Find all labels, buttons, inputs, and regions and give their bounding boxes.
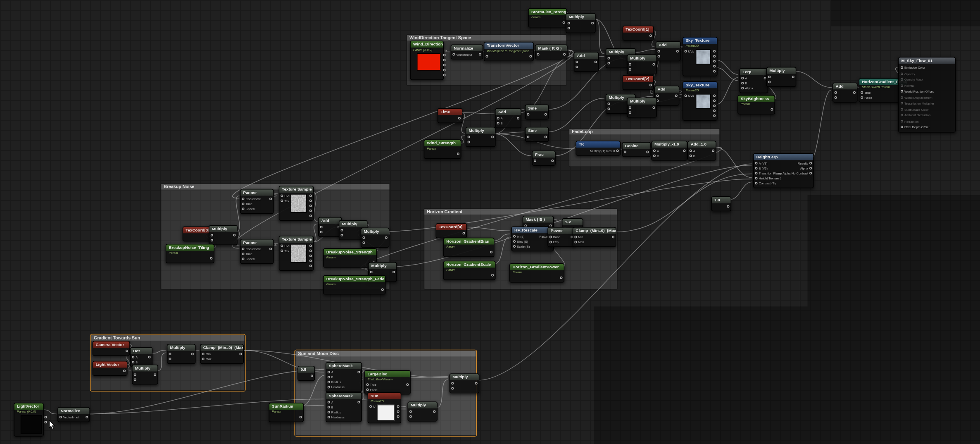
input-pin[interactable] (901, 67, 903, 69)
input-pin[interactable] (409, 410, 412, 413)
input-pin[interactable] (59, 416, 62, 418)
output-pin[interactable] (309, 260, 312, 262)
panner-1[interactable]: PannerCoordinateTimeSpeed (240, 189, 274, 214)
output-pin[interactable] (86, 416, 88, 418)
output-pin[interactable] (458, 117, 461, 119)
camera-vector[interactable]: Camera Vector (93, 341, 130, 356)
input-pin[interactable] (281, 245, 283, 247)
input-pin[interactable] (685, 94, 687, 97)
multiply-dot[interactable]: Multiply (132, 365, 158, 384)
normalize-light[interactable]: NormalizeVectorInput (57, 407, 90, 422)
breakupnoise-tiling[interactable]: BreakupNoise_TilingParam (166, 244, 214, 263)
output-pin[interactable] (210, 257, 212, 260)
output-pin[interactable] (713, 115, 716, 117)
input-pin[interactable] (202, 358, 205, 360)
input-pin[interactable] (741, 77, 744, 79)
texcoord-0[interactable]: TexCoord[0] (435, 223, 467, 238)
input-pin[interactable] (169, 353, 171, 355)
input-pin[interactable] (901, 114, 903, 117)
input-pin[interactable] (901, 90, 903, 93)
input-pin[interactable] (169, 358, 171, 360)
input-pin[interactable] (629, 106, 631, 109)
spheremask-1[interactable]: SphereMaskABRadiusHardness (326, 362, 362, 392)
largedisc[interactable]: LargeDiscStatic Bool ParamTrueFalse (364, 370, 411, 394)
input-pin[interactable] (211, 234, 213, 236)
sky-texture-2[interactable]: Sky_TextureParam2DUVs (683, 81, 718, 121)
output-pin[interactable] (309, 265, 312, 267)
output-pin[interactable] (309, 210, 312, 212)
input-pin[interactable] (629, 68, 631, 71)
input-pin[interactable] (451, 382, 454, 384)
output-pin[interactable] (462, 232, 465, 234)
texture-sample-1[interactable]: Texture SampleUVsTex (279, 186, 314, 220)
input-pin[interactable] (568, 22, 570, 24)
input-pin[interactable] (527, 113, 529, 116)
output-pin[interactable] (269, 198, 272, 200)
input-pin[interactable] (629, 63, 631, 66)
input-pin[interactable] (281, 250, 283, 252)
output-pin[interactable] (713, 100, 716, 102)
input-pin[interactable] (497, 117, 500, 119)
input-pin[interactable] (549, 241, 552, 243)
input-pin[interactable] (835, 91, 837, 94)
output-pin[interactable] (381, 288, 384, 291)
texcoord-2[interactable]: TexCoord[2] (623, 75, 654, 90)
input-pin[interactable] (242, 208, 244, 210)
input-pin[interactable] (861, 96, 863, 99)
input-pin[interactable] (607, 57, 610, 60)
input-pin[interactable] (242, 203, 244, 205)
output-pin[interactable] (309, 245, 312, 247)
output-pin[interactable] (612, 236, 614, 238)
input-pin[interactable] (768, 81, 771, 83)
lerp-textures[interactable]: LerpABAlpha (740, 68, 768, 93)
output-pin[interactable] (713, 55, 716, 57)
output-pin[interactable] (443, 59, 446, 61)
lightvector-param[interactable]: LightVectorParam (0,0,0) (14, 403, 44, 436)
clamp-horizon[interactable]: Clamp_(Min=0)_(Max=1)MinMax (573, 227, 616, 247)
add-wind[interactable]: Add (574, 52, 599, 72)
output-pin[interactable] (551, 160, 554, 162)
output-pin[interactable] (269, 248, 272, 250)
output-pin[interactable] (676, 50, 679, 53)
output-pin[interactable] (392, 271, 395, 273)
output-pin[interactable] (560, 277, 562, 279)
output-pin[interactable] (357, 371, 360, 373)
output-pin[interactable] (809, 162, 812, 165)
output-pin[interactable] (713, 60, 716, 62)
multiply-brightness[interactable]: Multiply (766, 67, 797, 87)
output-pin[interactable] (713, 50, 716, 53)
input-pin[interactable] (624, 151, 626, 153)
output-pin[interactable] (385, 236, 388, 239)
heightlerp[interactable]: HeightLerpA (V3)B (V3)Transition Phase (… (753, 153, 814, 188)
add-uv1[interactable]: Add (656, 41, 681, 61)
input-pin[interactable] (211, 239, 213, 241)
output-pin[interactable] (443, 69, 446, 71)
output-pin[interactable] (529, 55, 532, 57)
output-pin[interactable] (713, 65, 716, 67)
output-pin[interactable] (490, 251, 492, 253)
input-pin[interactable] (901, 96, 903, 99)
clamp-gradient[interactable]: Clamp_(Min=0)_(Max=1)MinMax (200, 344, 244, 364)
input-pin[interactable] (497, 122, 500, 124)
output-pin[interactable] (191, 353, 194, 355)
input-pin[interactable] (328, 416, 330, 418)
multiply-pan4[interactable]: Multiply (627, 98, 657, 117)
input-pin[interactable] (653, 150, 656, 152)
output-pin[interactable] (616, 150, 619, 152)
input-pin[interactable] (328, 381, 330, 383)
output-pin[interactable] (563, 21, 565, 24)
frac-1[interactable]: Frac (532, 151, 555, 166)
input-pin[interactable] (527, 136, 529, 138)
input-pin[interactable] (690, 155, 692, 157)
add-uv2[interactable]: Add (654, 86, 680, 105)
input-pin[interactable] (690, 150, 692, 152)
input-pin[interactable] (452, 53, 455, 56)
add-final[interactable]: Add (833, 83, 858, 103)
input-pin[interactable] (755, 177, 757, 179)
input-pin[interactable] (362, 241, 365, 244)
output-pin[interactable] (595, 61, 597, 63)
output-pin[interactable] (44, 416, 47, 418)
multiply-neg[interactable]: Multiply_-1.0AB (651, 141, 687, 160)
sine-2[interactable]: Sine (525, 127, 549, 142)
output-pin[interactable] (309, 250, 312, 252)
